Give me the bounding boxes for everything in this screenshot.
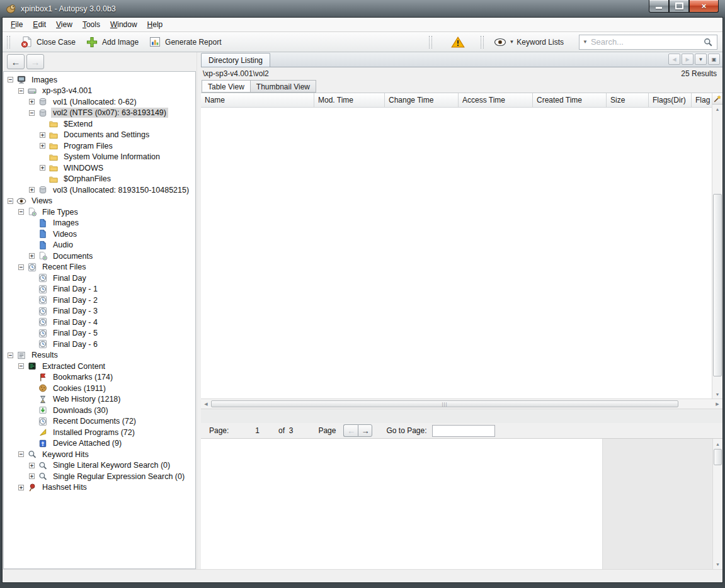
menu-help[interactable]: Help [142,18,168,31]
tree-item-final-day-5[interactable]: Final Day - 5 [4,328,195,339]
menu-edit[interactable]: Edit [28,18,51,31]
tree-item-xp-sp3-v4-001[interactable]: −xp-sp3-v4.001 [4,86,195,97]
tree-item-bookmarks-174[interactable]: Bookmarks (174) [4,372,195,383]
tree-item-single-literal-keyword-search-0[interactable]: +Single Literal Keyword Search (0) [4,460,195,472]
generate-report-button[interactable]: Generate Report [144,34,226,50]
column-header-change-time[interactable]: Change Time [385,93,459,107]
tree-item-images[interactable]: Images [4,218,195,229]
tree-item-keyword-hits[interactable]: −Keyword Hits [4,449,195,460]
tree-expander-minus-icon[interactable]: − [18,264,24,270]
tree-item-final-day-6[interactable]: Final Day - 6 [4,339,195,350]
tree-item-cookies-1911[interactable]: Cookies (1911) [4,383,195,394]
tree-item-program-files[interactable]: +Program Files [4,140,195,152]
search-dropdown-icon[interactable]: ▼ [579,39,590,45]
forward-button[interactable]: → [26,54,44,69]
back-button[interactable]: ← [7,54,25,69]
tree-item-installed-programs-72[interactable]: Installed Programs (72) [4,427,195,438]
next-page-button[interactable]: → [358,424,372,437]
tree-expander-minus-icon[interactable]: − [18,209,24,215]
tree-expander-minus-icon[interactable]: − [29,110,35,116]
keyword-lists-button[interactable]: ▼ Keyword Lists [489,37,570,48]
tree-item-vol2-ntfs-0x07-63-8193149[interactable]: −vol2 (NTFS (0x07): 63-8193149) [4,108,195,119]
column-header-name[interactable]: Name [201,93,314,107]
tab-thumbnail-view[interactable]: Thumbnail View [250,80,316,93]
title-bar[interactable]: xpinbox1 - Autopsy 3.0.0b3 [0,0,725,17]
close-button[interactable]: × [689,0,719,13]
tree-item-system-volume-information[interactable]: System Volume Information [4,152,195,163]
tree-expander-plus-icon[interactable]: + [29,473,35,479]
search-icon[interactable] [703,37,713,47]
tree-item-audio[interactable]: Audio [4,240,195,251]
tree-expander-plus-icon[interactable]: + [29,187,35,193]
maximize-panel-icon[interactable]: ▣ [708,54,720,65]
tree-item-hashset-hits[interactable]: +Hashset Hits [4,482,195,494]
tree-expander-minus-icon[interactable]: − [8,353,13,358]
panel-splitter[interactable] [197,52,201,569]
tab-directory-listing[interactable]: Directory Listing [201,53,270,67]
tree-expander-minus-icon[interactable]: − [8,77,13,82]
scroll-right-icon[interactable]: ▶ [712,402,722,407]
column-header-created-time[interactable]: Created Time [533,93,607,107]
goto-page-input[interactable] [432,425,495,437]
tree-item-final-day-4[interactable]: Final Day - 4 [4,317,195,328]
tree-item-final-day[interactable]: Final Day [4,273,195,284]
tree-expander-plus-icon[interactable]: + [29,463,35,468]
table-horizontal-scrollbar[interactable]: ◀ ||| ▶ [201,399,722,409]
tree-item-recent-files[interactable]: −Recent Files [4,262,195,273]
ingest-warning-button[interactable] [437,36,479,48]
tree-item-orphanfiles[interactable]: $OrphanFiles [4,174,195,185]
scroll-down-icon[interactable]: ▼ [713,560,722,568]
tree-expander-plus-icon[interactable]: + [18,485,24,490]
tree-expander-minus-icon[interactable]: − [8,198,13,204]
tree-item-results[interactable]: −Results [4,350,195,361]
tree-item-extracted-content[interactable]: −Extracted Content [4,361,195,372]
tree-item-images[interactable]: −Images [4,74,195,86]
toolbar-grip[interactable] [429,36,432,48]
maximize-button[interactable] [669,0,689,13]
scroll-up-icon[interactable]: ▲ [712,105,722,113]
tree-item-final-day-1[interactable]: Final Day - 1 [4,284,195,295]
tree-item-documents-and-settings[interactable]: +Documents and Settings [4,130,195,141]
menu-window[interactable]: Window [105,18,142,31]
tab-scroll-right-icon[interactable]: ▶ [682,54,694,65]
tree-item-documents[interactable]: +Documents [4,251,195,262]
tree-expander-plus-icon[interactable]: + [29,253,35,259]
hex-vertical-scrollbar[interactable]: ▲ ▼ [712,439,722,569]
tree-expander-minus-icon[interactable]: − [18,451,24,457]
tab-scroll-left-icon[interactable]: ◀ [668,54,680,65]
horizontal-scroll-thumb[interactable]: ||| [211,400,678,407]
column-header-access-time[interactable]: Access Time [459,93,533,107]
tree-expander-plus-icon[interactable]: + [40,132,45,138]
tree-item-vol1-unallocated-0-62[interactable]: +vol1 (Unallocated: 0-62) [4,96,195,108]
toolbar-grip[interactable] [7,36,10,48]
column-header-flags-dir[interactable]: Flags(Dir) [649,93,692,107]
hex-scroll-thumb[interactable] [714,449,722,465]
tree-item-downloads-30[interactable]: Downloads (30) [4,405,195,416]
close-case-button[interactable]: Close Case [15,34,81,50]
column-header-size[interactable]: Size [607,93,649,107]
tree-expander-plus-icon[interactable]: + [40,165,45,171]
column-header-mod-time[interactable]: Mod. Time [314,93,385,107]
tab-table-view[interactable]: Table View [202,80,251,93]
add-image-button[interactable]: Add Image [81,34,144,50]
toolbar-grip[interactable] [481,36,484,48]
tree-item-single-regular-expression-search-0[interactable]: +Single Regular Expression Search (0) [4,471,195,482]
column-header-flag[interactable]: Flag [692,93,712,107]
menu-tools[interactable]: Tools [77,18,105,31]
search-input[interactable] [590,37,699,47]
scroll-left-icon[interactable]: ◀ [201,402,211,407]
tree-item-videos[interactable]: Videos [4,229,195,240]
vertical-scroll-thumb[interactable] [713,194,722,376]
tree-item-file-types[interactable]: −File Types [4,206,195,218]
tree-item-vol3-unallocated-8193150-10485215[interactable]: +vol3 (Unallocated: 8193150-10485215) [4,184,195,196]
tree-item-windows[interactable]: +WINDOWS [4,162,195,174]
tree-expander-minus-icon[interactable]: − [18,88,24,94]
menu-view[interactable]: View [51,18,77,31]
table-vertical-scrollbar[interactable]: ▲ ▼ [712,93,722,399]
tree-item-final-day-3[interactable]: Final Day - 3 [4,306,195,317]
tree-expander-minus-icon[interactable]: − [18,363,24,369]
tree-item-device-attached-9[interactable]: Device Attached (9) [4,438,195,449]
previous-page-button[interactable]: ← [343,424,358,437]
tab-list-dropdown-icon[interactable]: ▼ [695,54,707,65]
tree-item-web-history-1218[interactable]: Web History (1218) [4,394,195,405]
